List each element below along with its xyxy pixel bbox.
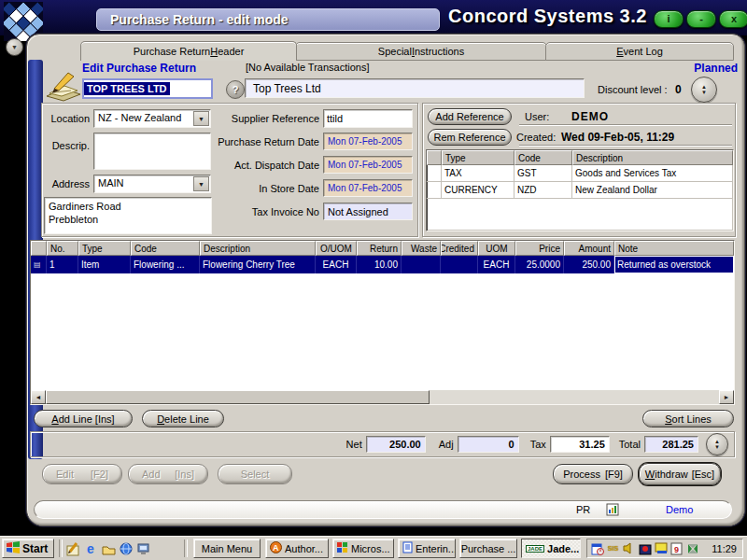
process-button[interactable]: Process[F9] xyxy=(553,464,633,484)
desktop-icon[interactable] xyxy=(136,541,151,556)
items-table[interactable]: No. Type Code Description O/UOM Return W… xyxy=(30,240,735,405)
discount-value: 0 xyxy=(675,83,682,96)
taskbar-item-jade[interactable]: JADE Jade... xyxy=(521,539,581,558)
address-textarea[interactable]: Gardiners Road Prebbleton xyxy=(44,197,212,234)
svg-text:9: 9 xyxy=(674,545,679,554)
table-row[interactable]: TAX GST Goods and Services Tax xyxy=(427,165,733,182)
note-edit-cell[interactable]: Returned as overstock xyxy=(614,256,734,273)
close-button[interactable]: x xyxy=(719,10,747,28)
scroll-left-icon[interactable]: ◄ xyxy=(31,390,46,404)
in-store-date-field[interactable]: Mon 07-Feb-2005 xyxy=(323,179,413,197)
window-controls: i - x xyxy=(654,10,747,28)
calendar-icon[interactable]: 9 xyxy=(669,541,684,555)
sis-icon[interactable]: SIS xyxy=(606,541,620,555)
document-icon xyxy=(606,503,619,518)
transactions-note: [No Available Transactions] xyxy=(246,62,369,73)
table-row[interactable]: CURRENCY NZD New Zealand Dollar xyxy=(427,182,733,199)
delete-line-button[interactable]: Delete Line xyxy=(142,410,224,427)
descrip-textarea[interactable] xyxy=(93,133,211,170)
minimize-button[interactable]: - xyxy=(686,10,716,28)
folder-icon[interactable] xyxy=(101,541,116,556)
note-pencil-icon xyxy=(45,71,82,105)
edit-button[interactable]: Edit[F2] xyxy=(42,464,122,484)
globe-icon[interactable] xyxy=(119,541,134,556)
divider xyxy=(519,124,732,126)
discount-spinner[interactable]: ▲▼ xyxy=(691,77,717,103)
adj-field[interactable]: 0 xyxy=(458,436,519,453)
totals-bar: Net 250.00 Adj 0 Tax 31.25 Total 281.25 … xyxy=(30,431,735,457)
totals-spinner[interactable]: ▲▼ xyxy=(706,433,728,455)
supplier-code-input[interactable]: TOP TREES LTD xyxy=(82,78,213,99)
taskbar-item-author[interactable]: A Author... xyxy=(265,539,329,558)
start-button[interactable]: Start xyxy=(2,539,54,558)
header-cell[interactable]: Note xyxy=(614,241,734,256)
corner-menu-button[interactable]: ▼ xyxy=(6,38,23,56)
net-field[interactable]: 250.00 xyxy=(366,436,426,453)
help-button[interactable]: ? xyxy=(226,80,245,99)
header-cell[interactable]: Code xyxy=(514,150,572,165)
add-button[interactable]: Add[Ins] xyxy=(128,464,208,484)
adj-label: Adj xyxy=(439,439,454,450)
location-select[interactable]: NZ - New Zealand ▼ xyxy=(93,109,211,128)
header-cell[interactable]: Amount xyxy=(564,241,614,256)
agent-icon[interactable] xyxy=(638,541,652,555)
tax-invoice-field[interactable]: Not Assigned xyxy=(323,203,413,220)
status-bar: PR Demo xyxy=(34,500,732,519)
address-select[interactable]: MAIN ▼ xyxy=(93,175,211,193)
tab-purchase-return-header[interactable]: Purchase Return Header xyxy=(80,41,297,61)
header-cell[interactable]: Credited xyxy=(441,241,478,256)
taskbar-item-enterin[interactable]: Enterin... xyxy=(398,539,456,558)
schedule-icon[interactable] xyxy=(590,541,604,555)
header-cell xyxy=(31,241,47,256)
created-label: Created: xyxy=(516,132,556,143)
act-dispatch-date-field[interactable]: Mon 07-Feb-2005 xyxy=(323,156,413,174)
items-table-header: No. Type Code Description O/UOM Return W… xyxy=(31,241,734,256)
header-cell[interactable]: Type xyxy=(442,150,514,165)
taskbar-item-purchase[interactable]: Purchase ... xyxy=(459,539,517,558)
supplier-ref-input[interactable] xyxy=(323,109,413,128)
sort-lines-button[interactable]: Sort Lines xyxy=(642,410,734,427)
add-line-button[interactable]: Add Line [Ins] xyxy=(34,410,133,427)
tab-event-log[interactable]: Event Log xyxy=(545,42,734,61)
tax-field[interactable]: 31.25 xyxy=(550,436,610,453)
header-cell[interactable]: Price xyxy=(515,241,564,256)
display-icon[interactable] xyxy=(654,541,668,555)
header-cell[interactable]: Return xyxy=(357,241,402,256)
down-arrow-icon: ▼ xyxy=(714,444,720,450)
scrollbar-thumb[interactable] xyxy=(46,390,430,404)
items-hscrollbar[interactable]: ◄ ► xyxy=(31,390,734,404)
withdraw-button[interactable]: Withdraw[Esc] xyxy=(639,463,721,485)
supplier-name-field[interactable]: Top Trees Ltd xyxy=(245,78,585,98)
taskbar-item-micros[interactable]: Micros... xyxy=(332,539,394,558)
author-icon: A xyxy=(270,541,282,555)
ie-icon[interactable]: e xyxy=(83,541,98,556)
created-value: Wed 09-Feb-05, 11:29 xyxy=(561,131,674,144)
header-cell[interactable]: Description xyxy=(200,241,316,256)
header-cell[interactable]: UOM xyxy=(478,241,515,256)
descrip-label: Descrip. xyxy=(41,140,90,151)
add-reference-button[interactable]: Add Reference xyxy=(428,108,512,125)
header-cell[interactable]: Waste xyxy=(402,241,441,256)
notes-icon[interactable] xyxy=(65,541,80,556)
header-cell[interactable]: No. xyxy=(47,241,78,256)
volume-icon[interactable] xyxy=(622,541,636,555)
taskbar-item-main-menu[interactable]: Main Menu xyxy=(193,539,261,558)
total-field[interactable]: 281.25 xyxy=(644,436,698,453)
header-cell[interactable]: Code xyxy=(131,241,200,256)
purchase-return-date-field[interactable]: Mon 07-Feb-2005 xyxy=(323,133,413,150)
header-cell[interactable]: Type xyxy=(78,241,131,256)
header-cell[interactable]: Description xyxy=(572,150,733,165)
header-cell[interactable]: O/UOM xyxy=(316,241,357,256)
reference-table[interactable]: Type Code Description TAX GST Goods and … xyxy=(426,149,734,231)
tab-special-instructions[interactable]: Special Instructions xyxy=(295,42,547,61)
purchase-return-date-label: Purchase Return Date xyxy=(207,136,319,147)
rem-reference-button[interactable]: Rem Reference xyxy=(428,129,512,146)
jade-tray-icon[interactable] xyxy=(685,541,699,555)
net-label: Net xyxy=(346,439,362,450)
scroll-right-icon[interactable]: ► xyxy=(719,390,734,404)
select-button[interactable]: Select xyxy=(218,464,292,484)
edit-title: Edit Purchase Return xyxy=(82,62,196,75)
info-button[interactable]: i xyxy=(654,10,684,28)
window-title[interactable]: Purchase Return - edit mode xyxy=(96,8,440,31)
item-row-selected[interactable]: ▤ 1 Item Flowering ... Flowering Cherry … xyxy=(31,256,734,273)
